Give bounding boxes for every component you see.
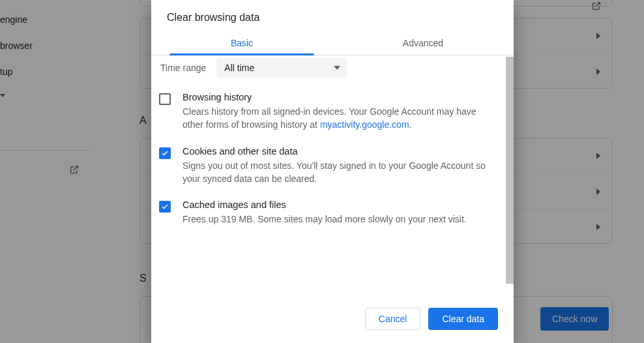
option-title: Cookies and other site data [183, 146, 489, 157]
option-title: Cached images and files [183, 200, 489, 210]
dialog-scroll-area[interactable]: Time range All time Browsing history Cle… [151, 55, 505, 297]
time-range-label: Time range [160, 63, 206, 73]
time-range-select[interactable]: All time [216, 58, 347, 78]
option-browsing-history: Browsing history Clears history from all… [159, 78, 489, 132]
option-description: Frees up 319 MB. Some sites may load mor… [183, 213, 489, 226]
cancel-button[interactable]: Cancel [365, 308, 421, 330]
clear-browsing-data-dialog: Clear browsing data Basic Advanced Time … [151, 0, 514, 343]
scrollbar[interactable] [506, 57, 514, 297]
dialog-title: Clear browsing data [151, 0, 514, 33]
time-range-value: All time [224, 63, 254, 73]
clear-data-button[interactable]: Clear data [428, 308, 498, 330]
checkbox-cookies[interactable] [159, 147, 171, 159]
scrollbar-thumb[interactable] [506, 57, 514, 284]
option-cache: Cached images and files Frees up 319 MB.… [159, 185, 489, 226]
tab-basic[interactable]: Basic [151, 33, 332, 55]
option-title: Browsing history [183, 92, 489, 102]
checkbox-browsing-history[interactable] [159, 93, 171, 105]
option-description: Signs you out of most sites. You'll stay… [183, 159, 489, 186]
checkbox-cache[interactable] [159, 201, 171, 213]
dialog-tabs: Basic Advanced [151, 33, 514, 55]
chevron-down-icon [334, 66, 340, 70]
tab-advanced[interactable]: Advanced [332, 33, 514, 55]
dialog-footer: Cancel Clear data [151, 297, 514, 343]
option-cookies: Cookies and other site data Signs you ou… [159, 132, 489, 186]
myactivity-link[interactable]: myactivity.google.com [320, 119, 409, 130]
option-description: Clears history from all signed-in device… [183, 105, 489, 132]
